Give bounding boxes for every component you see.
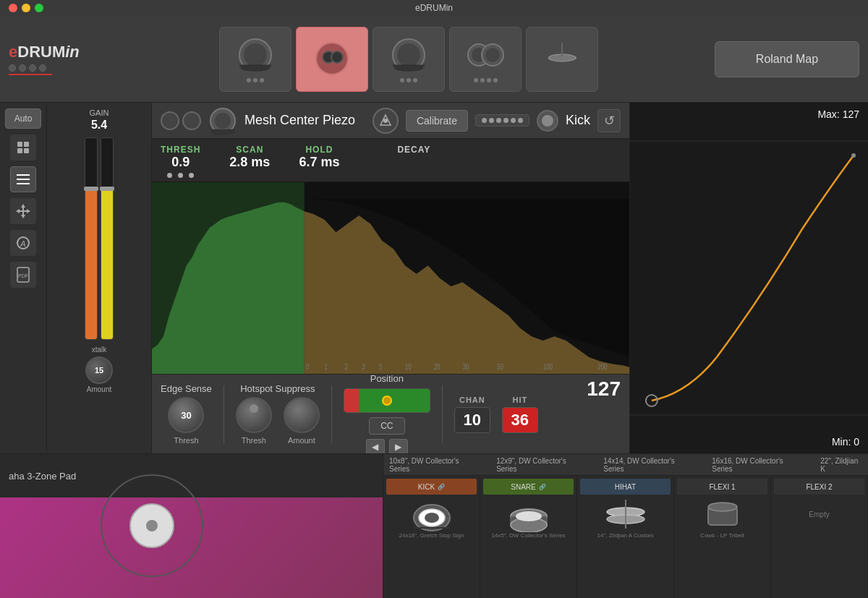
chan-label: CHAN [459,396,485,404]
thresh-dots [167,173,194,178]
svg-point-60 [146,520,158,531]
pad-item-1[interactable] [219,27,292,92]
snare-drum-img [483,496,574,532]
pos-arrow-right[interactable]: ▶ [389,439,408,453]
kit-browser: 10x8", DW Collector's Series 12x9", DW C… [383,454,868,598]
pad-item-5[interactable] [526,27,598,92]
chan-value: 10 [454,407,490,433]
svg-text:5: 5 [379,362,383,372]
fader-track-orange[interactable] [85,137,98,340]
svg-point-8 [397,43,420,67]
logo-dot [29,64,36,72]
plugin-area: Auto A [0,103,868,453]
velocity-curve: Max: 127 Min: 0 [630,103,868,453]
xtalk-knob[interactable]: 15 [85,356,113,384]
svg-rect-18 [17,142,22,147]
sidebar-icon-move[interactable] [10,198,36,224]
hotspot-knob-row: Thresh Amount [236,397,320,445]
pos-green [359,389,430,412]
svg-text:20: 20 [434,362,441,372]
edge-thresh-knob[interactable]: 30 [168,397,204,433]
pos-arrows: ◀ ▶ [366,439,408,453]
kit-label-flexi2: FLEXI 2 [774,479,864,495]
kick-drum-svg [410,496,454,532]
close-button[interactable] [9,4,17,12]
inst-circles [161,111,201,130]
logo-text: eDRUMin [9,43,80,61]
kit-size-label-4: 16x16, DW Collector's Series [712,457,800,473]
kit-size-label-5: 22", Zildjian K [820,457,862,473]
sidebar-icon-grid[interactable] [10,134,36,161]
logo-area: eDRUMin [9,43,103,75]
svg-text:A: A [20,239,25,248]
drum-circle-area [94,468,210,584]
kit-snare-label: 14x5", DW Collector's Series [483,532,574,539]
hotspot-amount-knob[interactable] [284,397,320,433]
drum-circle-svg [94,468,210,584]
pad-dots-4 [474,78,498,82]
hotspot-amount-label: Amount [288,436,315,445]
maximize-button[interactable] [35,4,43,12]
refresh-button[interactable]: ↺ [597,109,621,132]
pad-item-2[interactable] [296,27,368,92]
fader-track-yellow[interactable] [101,137,114,340]
kit-item-flexi2[interactable]: FLEXI 2 Empty [771,476,868,598]
svg-marker-27 [21,204,25,208]
svg-text:30: 30 [462,362,469,372]
cc-button[interactable]: CC [369,417,405,435]
minimize-button[interactable] [22,4,30,12]
velocity-curve-svg [630,103,868,453]
kit-item-snare[interactable]: SNARE 🔗 14x5", DW Collector's Series [480,476,577,598]
pos-arrow-left[interactable]: ◀ [366,439,385,453]
hit-value: 36 [502,407,538,433]
separator-1 [224,385,224,443]
edge-sense-section: Edge Sense 30 Thresh [161,383,212,445]
svg-text:1: 1 [325,362,328,372]
main-panel: Mesh Center Piezo Calibrate Kick ↺ [152,103,629,453]
svg-marker-29 [16,209,20,213]
svg-point-68 [516,511,542,521]
hotspot-label: Hotspot Suppress [240,383,315,394]
kit-size-label-2: 12x9", DW Collector's Series [496,457,583,473]
kit-flexi1-label: Cowb - LP Tribell [677,532,767,539]
logo-dot [9,64,16,72]
auto-button[interactable]: Auto [5,108,41,129]
channel-strip: GAIN 5.4 xtalk 15 Amount [47,103,152,453]
sidebar-icon-pdf[interactable]: PDF [10,262,36,288]
inst-circle-1 [161,111,179,130]
pad-icon-1 [236,35,276,75]
yamaha-button[interactable] [373,108,399,134]
edge-knob-row: 30 Thresh [168,397,204,445]
kit-label-kick: KICK 🔗 [386,479,477,495]
kit-item-flexi1[interactable]: FLEXI 1 Cowb - LP Tribell [674,476,771,598]
kit-browser-header: 10x8", DW Collector's Series 12x9", DW C… [383,454,868,476]
hotspot-thresh-knob[interactable] [236,397,272,433]
kick-label: Kick [566,113,590,128]
kit-item-hihat[interactable]: HIHAT 14", Zildjian A Custom [577,476,674,598]
gain-label: GAIN [90,108,109,117]
hold-param: HOLD 6.7 ms [299,145,339,170]
kit-item-kick[interactable]: KICK 🔗 24x18", Gretch Stop Sign [383,476,480,598]
svg-point-10 [394,64,423,72]
sidebar-icon-a[interactable]: A [10,230,36,256]
sidebar-icon-list[interactable] [10,166,36,192]
svg-point-39 [383,119,388,123]
pos-indicator [382,396,392,406]
position-label: Position [370,373,404,384]
inst-circle-2 [182,111,201,130]
window-controls[interactable] [9,4,43,12]
svg-rect-20 [17,148,22,153]
dots-button[interactable] [475,114,529,127]
pad-icon-4 [466,35,506,75]
hit-group: HIT 36 [502,396,538,433]
kit-size-label-3: 14x14, DW Collector's Series [603,457,692,473]
titlebar: eDRUMin [0,0,868,16]
svg-text:3: 3 [362,362,365,372]
pad-item-3[interactable] [373,27,445,92]
calibrate-button[interactable]: Calibrate [406,110,468,132]
waveform-svg: 0 1 2 3 5 10 20 30 50 100 200 [152,182,629,374]
gain-value: 5.4 [91,119,107,132]
svg-point-1 [244,43,267,67]
roland-map-button[interactable]: Roland Map [715,41,859,77]
pad-item-4[interactable] [449,27,522,92]
